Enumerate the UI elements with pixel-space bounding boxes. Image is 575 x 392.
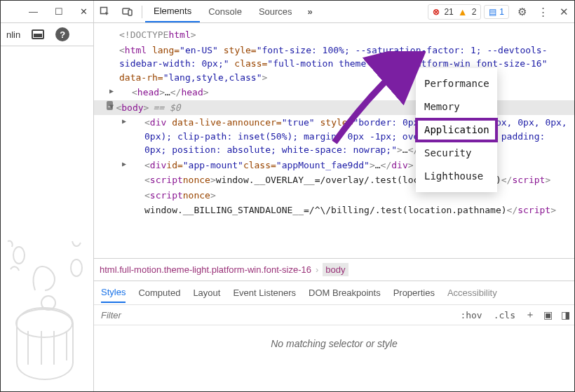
inbox-icon[interactable] [32,29,44,39]
close-devtools-icon[interactable]: ✕ [554,6,574,18]
feedback-icon: ▤ [489,7,496,17]
error-icon: ⊗ [433,7,440,17]
console-reference: == $0 [153,101,180,115]
feedback-count: 1 [499,7,504,17]
dom-node-html[interactable]: <html lang="en-US" style="font-size: 100… [107,43,574,86]
dom-breadcrumb[interactable]: html.full-motion.theme-light.platform-wi… [94,258,574,281]
cls-toggle[interactable]: .cls [488,310,521,320]
warning-icon: ▲ [458,6,468,18]
computed-styles-icon[interactable]: ▣ [539,309,557,320]
svg-point-2 [13,247,25,264]
help-icon[interactable]: ? [55,27,69,41]
warning-count: 2 [472,7,477,17]
tab-properties[interactable]: Properties [393,283,435,302]
dropdown-item-security[interactable]: Security [416,142,497,165]
devtools-toolbar: Elements Console Sources » ⊗ 21 ▲ 2 ▤ 1 … [94,1,574,23]
panel-tabs: Elements Console Sources [145,1,301,22]
settings-icon[interactable]: ⚙ [512,6,532,18]
hov-toggle[interactable]: :hov [454,310,487,320]
styles-pane-tabs: Styles Computed Layout Event Listeners D… [94,281,574,304]
tab-dom-breakpoints[interactable]: DOM Breakpoints [309,283,381,302]
header-fragment: nlin ? [1,23,93,46]
dom-node-script-2[interactable]: <script nonce> [107,188,574,203]
breadcrumb-html[interactable]: html.full-motion.theme-light.platform-wi… [100,264,311,275]
tab-layout[interactable]: Layout [193,283,220,302]
styles-filter-input[interactable] [94,310,454,320]
minimize-button[interactable]: — [29,6,38,17]
kebab-menu-icon[interactable]: ⋮ [532,6,554,18]
tab-console[interactable]: Console [200,1,250,22]
collapse-icon[interactable]: ▼ [109,101,114,111]
dropdown-item-application[interactable]: Application [416,119,497,142]
header-text: nlin [6,29,20,40]
dom-node-head[interactable]: ▶ <head>…</head> [107,85,574,100]
feedback-badge[interactable]: ▤ 1 [484,5,509,19]
dom-node-div-announcer[interactable]: ▶ <div data-live-announcer="true" style=… [107,115,574,158]
window-controls: — ☐ ✕ [1,1,93,23]
dom-node-script-1[interactable]: <script nonce>window.__OVERLAY__=/overla… [107,173,574,188]
styles-empty-message: No matching selector or style [94,325,574,391]
breadcrumb-body[interactable]: body [323,263,348,276]
dropdown-item-performance[interactable]: Performance [416,72,497,95]
toggle-sidebar-icon[interactable]: ◨ [557,309,574,320]
tab-sources[interactable]: Sources [250,1,301,22]
dom-node-body[interactable]: … ▼ <body> == $0 [94,100,574,116]
chevron-right-icon: › [316,264,318,275]
inspect-element-icon[interactable] [94,1,116,22]
svg-point-3 [71,259,82,276]
expand-icon[interactable]: ▶ [122,158,126,169]
dom-node-div-app-mount[interactable]: ▶ <div id="app-mount" class="appMount_fa… [107,158,574,173]
elements-tree[interactable]: <!DOCTYPE html> <html lang="en-US" style… [94,23,574,258]
error-count: 21 [444,7,453,17]
svg-rect-6 [128,10,132,15]
more-tabs-dropdown: Performance Memory Application Security … [416,68,497,192]
dom-node-script-2-body[interactable]: window.__BILLING_STANDALONE__=/^\/billin… [107,203,574,218]
issues-badge[interactable]: ⊗ 21 ▲ 2 [428,4,481,20]
dom-node-doctype[interactable]: <!DOCTYPE html> [107,27,574,43]
dropdown-item-lighthouse[interactable]: Lighthouse [416,165,497,188]
tab-styles[interactable]: Styles [101,283,126,303]
expand-icon[interactable]: ▶ [122,116,126,126]
tab-accessibility[interactable]: Accessibility [447,283,497,302]
close-window-button[interactable]: ✕ [80,6,88,17]
tab-elements[interactable]: Elements [145,1,200,22]
maximize-button[interactable]: ☐ [55,6,63,17]
expand-icon[interactable]: ▶ [109,86,114,96]
tab-event-listeners[interactable]: Event Listeners [233,283,296,302]
tab-computed[interactable]: Computed [138,283,180,302]
styles-filter-bar: :hov .cls ＋ ▣ ◨ [94,304,574,325]
svg-point-0 [16,309,72,337]
new-style-rule-icon[interactable]: ＋ [521,309,539,321]
more-tabs-button[interactable]: » [301,6,320,17]
device-toolbar-icon[interactable] [116,1,139,22]
dropdown-item-memory[interactable]: Memory [416,95,497,119]
decorative-illustration [4,206,91,388]
